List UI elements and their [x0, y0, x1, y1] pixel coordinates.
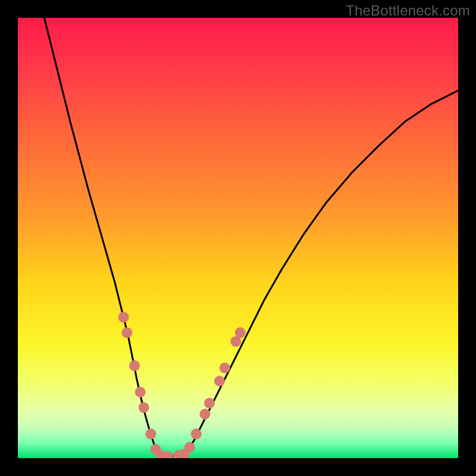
series-right-branch: [185, 90, 458, 454]
marker-dot: [184, 442, 195, 453]
curve-layer: [18, 18, 458, 458]
marker-dot: [191, 428, 202, 439]
marker-dot: [214, 376, 225, 387]
marker-dot: [118, 312, 129, 322]
marker-dot: [200, 409, 211, 419]
marker-dot: [235, 327, 246, 338]
marker-dot: [139, 402, 149, 413]
chart-frame: TheBottleneck.com: [0, 0, 476, 476]
watermark-text: TheBottleneck.com: [346, 2, 470, 19]
marker-dot: [204, 398, 215, 409]
marker-dot: [122, 327, 133, 338]
marker-dot: [129, 361, 140, 371]
marker-dot: [220, 362, 230, 373]
marker-dot: [145, 428, 156, 439]
plot-area: [18, 18, 458, 458]
marker-dot: [135, 387, 146, 397]
